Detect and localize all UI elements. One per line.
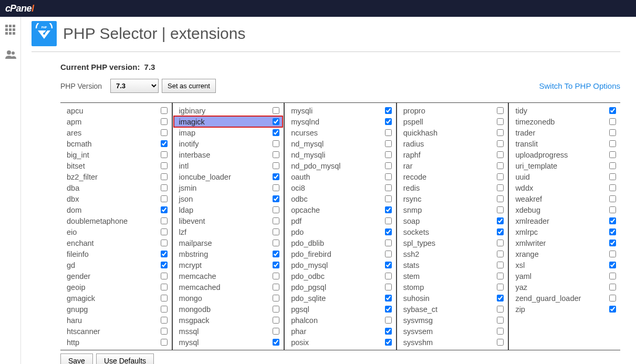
- switch-to-php-options-link[interactable]: Switch To PHP Options: [539, 81, 620, 90]
- ext-checkbox-redis[interactable]: [497, 184, 504, 191]
- ext-label[interactable]: imap: [179, 129, 195, 137]
- ext-label[interactable]: imagick: [179, 118, 205, 126]
- ext-checkbox-oci8[interactable]: [385, 184, 392, 191]
- ext-checkbox-posix[interactable]: [385, 339, 392, 346]
- ext-checkbox-pdo_odbc[interactable]: [385, 273, 392, 279]
- ext-label[interactable]: apcu: [67, 107, 83, 115]
- ext-checkbox-radius[interactable]: [497, 140, 504, 147]
- ext-checkbox-trader[interactable]: [609, 129, 616, 136]
- ext-checkbox-propro[interactable]: [497, 107, 504, 114]
- ext-label[interactable]: xmlreader: [515, 217, 549, 225]
- ext-checkbox-uuid[interactable]: [609, 173, 616, 180]
- ext-checkbox-suhosin[interactable]: [497, 295, 504, 301]
- ext-checkbox-soap[interactable]: [497, 217, 504, 224]
- ext-checkbox-recode[interactable]: [497, 173, 504, 180]
- ext-checkbox-dbx[interactable]: [161, 195, 168, 202]
- ext-checkbox-bz2_filter[interactable]: [161, 173, 168, 180]
- ext-checkbox-timezonedb[interactable]: [609, 118, 616, 125]
- ext-checkbox-quickhash[interactable]: [497, 129, 504, 136]
- ext-checkbox-intl[interactable]: [273, 162, 279, 169]
- ext-checkbox-gender[interactable]: [161, 273, 168, 279]
- ext-label[interactable]: quickhash: [403, 129, 437, 137]
- ext-label[interactable]: pdo_mysql: [291, 261, 328, 269]
- ext-label[interactable]: pdo_dblib: [291, 239, 324, 247]
- ext-checkbox-pspell[interactable]: [497, 118, 504, 125]
- use-defaults-button[interactable]: Use Defaults: [96, 353, 154, 364]
- ext-checkbox-mailparse[interactable]: [273, 240, 279, 246]
- ext-label[interactable]: wddx: [515, 184, 533, 192]
- ext-checkbox-interbase[interactable]: [273, 151, 279, 158]
- ext-checkbox-opcache[interactable]: [385, 206, 392, 213]
- ext-checkbox-uri_template[interactable]: [609, 162, 616, 169]
- ext-label[interactable]: tidy: [515, 107, 527, 115]
- ext-label[interactable]: yaml: [515, 272, 531, 280]
- ext-label[interactable]: dba: [67, 184, 79, 192]
- ext-label[interactable]: sockets: [403, 228, 429, 236]
- ext-checkbox-htscanner[interactable]: [161, 328, 168, 335]
- ext-checkbox-translit[interactable]: [609, 140, 616, 147]
- ext-label[interactable]: rar: [403, 162, 413, 170]
- ext-checkbox-gd[interactable]: [161, 262, 168, 268]
- ext-checkbox-pdo_pgsql[interactable]: [385, 284, 392, 290]
- ext-checkbox-inotify[interactable]: [273, 140, 279, 147]
- ext-checkbox-dba[interactable]: [161, 184, 168, 191]
- ext-label[interactable]: pdo: [291, 228, 304, 236]
- ext-checkbox-dom[interactable]: [161, 206, 168, 213]
- ext-label[interactable]: phar: [291, 327, 306, 336]
- ext-label[interactable]: enchant: [67, 239, 94, 247]
- ext-checkbox-mongodb[interactable]: [273, 306, 279, 313]
- ext-label[interactable]: posix: [291, 338, 309, 347]
- ext-label[interactable]: mongo: [179, 294, 202, 303]
- ext-label[interactable]: mongodb: [179, 305, 211, 314]
- ext-checkbox-stomp[interactable]: [497, 284, 504, 290]
- ext-checkbox-geoip[interactable]: [161, 284, 168, 290]
- ext-label[interactable]: libevent: [179, 217, 205, 225]
- ext-label[interactable]: pdo_firebird: [291, 250, 331, 258]
- ext-label[interactable]: recode: [403, 173, 426, 181]
- ext-label[interactable]: odbc: [291, 195, 307, 203]
- ext-checkbox-stats[interactable]: [497, 262, 504, 268]
- ext-checkbox-xmlwriter[interactable]: [609, 240, 616, 246]
- ext-checkbox-gnupg[interactable]: [161, 306, 168, 313]
- ext-label[interactable]: ares: [67, 129, 81, 137]
- ext-label[interactable]: sysvshm: [403, 338, 433, 347]
- ext-checkbox-xsl[interactable]: [609, 262, 616, 268]
- ext-checkbox-nd_pdo_mysql[interactable]: [385, 162, 392, 169]
- ext-checkbox-imagick[interactable]: [273, 118, 279, 125]
- ext-checkbox-igbinary[interactable]: [273, 107, 279, 114]
- php-version-select[interactable]: 7.3: [110, 79, 159, 93]
- ext-checkbox-memcache[interactable]: [273, 273, 279, 279]
- ext-label[interactable]: phalcon: [291, 316, 318, 325]
- ext-label[interactable]: msgpack: [179, 316, 210, 325]
- ext-checkbox-spl_types[interactable]: [497, 240, 504, 246]
- ext-checkbox-tidy[interactable]: [609, 107, 616, 114]
- ext-label[interactable]: spl_types: [403, 239, 435, 247]
- users-icon[interactable]: [5, 49, 16, 63]
- ext-label[interactable]: uri_template: [515, 162, 557, 170]
- ext-label[interactable]: pdf: [291, 217, 301, 225]
- ext-label[interactable]: propro: [403, 107, 425, 115]
- ext-label[interactable]: stats: [403, 261, 420, 269]
- ext-label[interactable]: pdo_odbc: [291, 272, 325, 280]
- ext-checkbox-stem[interactable]: [497, 273, 504, 279]
- ext-checkbox-mongo[interactable]: [273, 295, 279, 301]
- ext-checkbox-doublemetaphone[interactable]: [161, 217, 168, 224]
- ext-checkbox-rsync[interactable]: [497, 195, 504, 202]
- ext-checkbox-zip[interactable]: [609, 306, 616, 313]
- ext-label[interactable]: stem: [403, 272, 420, 280]
- ext-label[interactable]: memcached: [179, 283, 221, 292]
- ext-label[interactable]: fileinfo: [67, 250, 89, 258]
- ext-label[interactable]: xrange: [515, 250, 538, 258]
- ext-checkbox-xrange[interactable]: [609, 251, 616, 257]
- ext-label[interactable]: bitset: [67, 162, 85, 170]
- ext-checkbox-rar[interactable]: [497, 162, 504, 169]
- ext-checkbox-enchant[interactable]: [161, 240, 168, 246]
- ext-checkbox-pdo_mysql[interactable]: [385, 262, 392, 268]
- ext-label[interactable]: rsync: [403, 195, 422, 203]
- ext-label[interactable]: redis: [403, 184, 420, 192]
- ext-checkbox-mssql[interactable]: [273, 328, 279, 335]
- ext-checkbox-weakref[interactable]: [609, 195, 616, 202]
- set-as-current-button[interactable]: Set as current: [162, 79, 216, 93]
- ext-label[interactable]: dbx: [67, 195, 79, 203]
- ext-checkbox-xmlrpc[interactable]: [609, 228, 616, 235]
